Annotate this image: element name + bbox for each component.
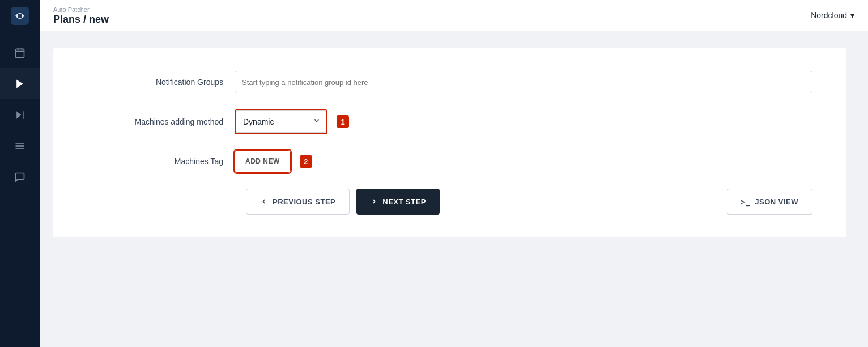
app-logo	[0, 0, 40, 31]
chevron-left-icon	[260, 198, 268, 205]
svg-marker-7	[16, 111, 21, 118]
sidebar-item-calendar[interactable]	[0, 37, 40, 68]
annotation-1: 1	[337, 115, 349, 128]
app-name: Auto Patcher	[53, 7, 109, 13]
json-view-icon: >_	[741, 198, 751, 206]
next-step-label: NEXT STEP	[382, 198, 426, 206]
machines-method-label: Machines adding method	[87, 117, 235, 126]
user-menu[interactable]: Nordcloud ▾	[811, 11, 854, 20]
machines-tag-row: Machines Tag ADD NEW 2	[87, 150, 812, 173]
previous-step-button[interactable]: PREVIOUS STEP	[246, 189, 350, 215]
sidebar-nav	[0, 37, 40, 192]
previous-step-label: PREVIOUS STEP	[273, 198, 335, 206]
sidebar-item-play[interactable]	[0, 68, 40, 99]
main-container: Auto Patcher Plans / new Nordcloud ▾ Not…	[40, 0, 868, 347]
notification-groups-row: Notification Groups	[87, 71, 812, 93]
sidebar-item-skip[interactable]	[0, 99, 40, 130]
notification-groups-input[interactable]	[235, 71, 812, 93]
user-label: Nordcloud	[811, 11, 847, 20]
chevron-right-icon	[370, 198, 378, 205]
machines-tag-label: Machines Tag	[87, 157, 235, 166]
title-group: Auto Patcher Plans / new	[53, 7, 109, 24]
actions-row: PREVIOUS STEP NEXT STEP >_ JSON VIEW	[87, 189, 812, 215]
sidebar-item-list[interactable]	[0, 130, 40, 161]
svg-rect-2	[16, 49, 24, 57]
chevron-down-icon: ▾	[850, 11, 854, 20]
machines-method-select-wrapper: Dynamic Static Tag-based	[235, 109, 327, 134]
sidebar-item-chat[interactable]	[0, 161, 40, 192]
machines-method-select[interactable]: Dynamic Static Tag-based	[236, 110, 326, 133]
actions-right: >_ JSON VIEW	[727, 189, 812, 215]
json-view-label: JSON VIEW	[755, 198, 798, 206]
machines-method-row: Machines adding method Dynamic Static Ta…	[87, 109, 812, 134]
next-step-button[interactable]: NEXT STEP	[356, 189, 440, 215]
add-new-button[interactable]: ADD NEW	[235, 150, 291, 173]
actions-left: PREVIOUS STEP NEXT STEP	[87, 189, 440, 215]
form-card: Notification Groups Machines adding meth…	[53, 48, 846, 237]
json-view-button[interactable]: >_ JSON VIEW	[727, 189, 812, 215]
notification-groups-label: Notification Groups	[87, 78, 235, 87]
annotation-2: 2	[300, 155, 312, 168]
sidebar	[0, 0, 40, 347]
page-title: Plans / new	[53, 14, 109, 24]
svg-marker-6	[16, 79, 23, 88]
content-area: Notification Groups Machines adding meth…	[40, 31, 868, 347]
topbar-left: Auto Patcher Plans / new	[53, 7, 109, 24]
topbar: Auto Patcher Plans / new Nordcloud ▾	[40, 0, 868, 31]
svg-point-1	[18, 14, 22, 18]
